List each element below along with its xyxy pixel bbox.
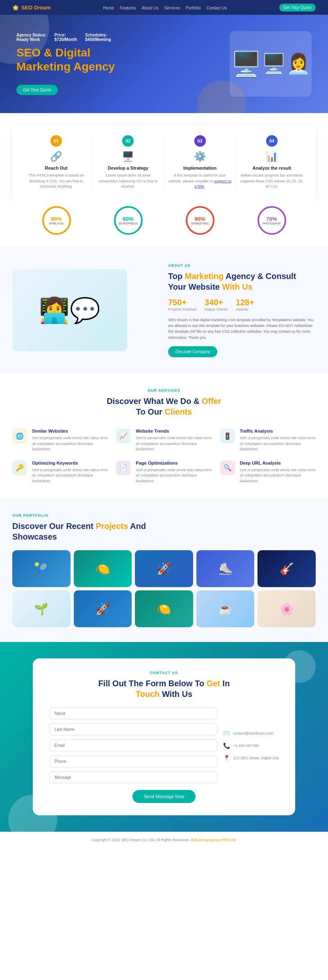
stat-projects-label: Projects Finished: [168, 307, 196, 311]
hero-meta-price: Price: $720/Month: [55, 33, 77, 42]
hero-cta-button[interactable]: Get Your Quote: [16, 85, 58, 95]
nav-item-portfolio[interactable]: Portfolio: [186, 4, 201, 11]
contact-title: Fill Out The Form Below To Get InTouch W…: [49, 678, 279, 699]
nav-item-contact[interactable]: Contact Us: [207, 4, 227, 11]
hero-title-line1: SEO & Digital: [16, 46, 90, 59]
portfolio-item-9[interactable]: ☕: [196, 590, 255, 627]
nav-item-home[interactable]: Home: [103, 4, 114, 11]
portfolio-item-4[interactable]: ⛸️: [196, 550, 255, 587]
location-icon: 📍: [223, 755, 230, 761]
hero-illustration: 🖥️👩‍💼: [230, 31, 312, 97]
about-cta-button[interactable]: Discover Company: [168, 346, 217, 357]
nav-item-about[interactable]: About Us: [142, 4, 159, 11]
hero-meta-price-value: $720/Month: [55, 37, 77, 42]
service-1-title: Similar Websites: [32, 429, 108, 433]
contact-phone-value: +1 234 567 890: [233, 744, 259, 748]
skill-wordpress: 60% WORDPRESS: [114, 206, 143, 235]
portfolio-item-2[interactable]: 🍋: [74, 550, 132, 587]
step-2-number: 02: [122, 135, 134, 147]
nav-item-features[interactable]: Features: [120, 4, 136, 11]
portfolio-item-7[interactable]: 🚀: [74, 590, 132, 627]
service-6-title: Deep URL Analysis: [240, 461, 316, 465]
services-grid: 🌐 Similar Websites Sed ut perspiciatis u…: [12, 429, 316, 484]
service-5-title: Page Optimizations: [136, 461, 212, 465]
step-1-number: 01: [50, 135, 62, 147]
service-1-icon: 🌐: [12, 429, 27, 443]
hero-title: SEO & Digital Marketing Agency: [16, 46, 164, 73]
step-3-title: Implementation: [169, 166, 232, 170]
skill-mkt-pct: 90%: [194, 216, 205, 222]
hero-meta-schedule-label: Schedules:: [85, 33, 111, 37]
step-4: 04 📊 Analyze the result Below circular p…: [236, 135, 308, 190]
service-2-title: Website Trends: [136, 429, 212, 433]
skill-wp-pct: 60%: [123, 216, 133, 222]
step-3: 03 ⚙️ Implementation If this template is…: [164, 135, 236, 190]
hero-content: Agency Status: Ready Work Price: $720/Mo…: [16, 33, 164, 95]
nav-logo: 🌟 SEO Dream: [12, 5, 51, 11]
hero-meta: Agency Status: Ready Work Price: $720/Mo…: [16, 33, 164, 42]
skill-photoshop: 70% PHOTOSHOP: [257, 206, 286, 235]
step-4-desc: Below circular progress bar animation su…: [240, 173, 303, 190]
about-title: Top Marketing Agency & Consult Your Webs…: [168, 271, 316, 292]
about-title-highlight: Marketing: [185, 272, 223, 281]
step-3-number: 03: [194, 135, 206, 147]
contact-info-col: ✉️ contact@seodream.com 📞 +1 234 567 890…: [223, 708, 279, 783]
portfolio-item-1[interactable]: 🎾: [12, 550, 71, 587]
step-3-icon: ⚙️: [169, 151, 232, 162]
skill-ps-label: PHOTOSHOP: [262, 222, 281, 225]
stat-awards-num: 128+: [236, 298, 254, 307]
service-3-icon: 🚦: [220, 429, 235, 443]
contact-email-input[interactable]: [49, 740, 217, 751]
contact-address-info: 📍 123 SEO Street, Digital City: [223, 755, 279, 761]
step-3-link[interactable]: support us a little: [195, 179, 232, 189]
contact-form-fields: [49, 708, 217, 783]
navbar: 🌟 SEO Dream Home Features About Us Servi…: [0, 0, 328, 15]
hero-meta-price-label: Price:: [55, 33, 77, 37]
contact-submit-button[interactable]: Send Message Now: [132, 790, 196, 803]
stat-projects: 750+ Projects Finished: [168, 298, 196, 311]
service-2-icon: 📈: [116, 429, 131, 443]
service-similar-websites: 🌐 Similar Websites Sed ut perspiciatis u…: [12, 429, 108, 452]
about-section: 👩‍💻💬 ABOUT US Top Marketing Agency & Con…: [0, 247, 328, 374]
contact-section: CONTACT US Fill Out The Form Below To Ge…: [0, 642, 328, 832]
service-6-desc: Sed ut perspiciatis unde omnis iste natu…: [240, 467, 316, 484]
step-1: 01 🔗 Reach Out This HTML5 template is ba…: [20, 135, 92, 190]
portfolio-section: OUR PORTFOLIO Discover Our Recent Projec…: [0, 499, 328, 642]
contact-card: CONTACT US Fill Out The Form Below To Ge…: [33, 658, 295, 815]
portfolio-item-5[interactable]: 🎸: [257, 550, 316, 587]
hero-meta-status-label: Agency Status:: [16, 33, 46, 37]
portfolio-item-10[interactable]: 🌸: [257, 590, 316, 627]
portfolio-item-8[interactable]: 🍋: [135, 590, 193, 627]
about-image-col: 👩‍💻💬: [12, 269, 160, 351]
service-3-title: Traffic Analysis: [240, 429, 316, 433]
contact-form-layout: ✉️ contact@seodream.com 📞 +1 234 567 890…: [49, 708, 279, 783]
contact-name-input[interactable]: [49, 708, 217, 719]
services-section: OUR SERVICES Discover What We Do & Offer…: [0, 374, 328, 499]
nav-cta-button[interactable]: Get Your Quote: [279, 4, 316, 11]
step-4-number: 04: [266, 135, 278, 147]
contact-message-input[interactable]: [49, 771, 217, 783]
contact-phone-input[interactable]: [49, 755, 217, 767]
portfolio-row-2: 🌱 🚀 🍋 ☕ 🌸: [12, 590, 316, 627]
portfolio-item-6[interactable]: 🌱: [12, 590, 71, 627]
logo-text: SEO Dream: [21, 5, 51, 11]
footer-credit-link[interactable]: Web Designed by HTMLINK: [190, 838, 237, 842]
step-1-icon: 🔗: [25, 151, 88, 162]
service-6-content: Deep URL Analysis Sed ut perspiciatis un…: [240, 461, 316, 484]
footer-copyright: Copyright © 2021 SEO Dream Co, Ltd. All …: [91, 838, 189, 842]
service-3-content: Traffic Analysis Sed ut perspiciatis und…: [240, 429, 316, 452]
nav-item-services[interactable]: Services: [164, 4, 180, 11]
about-content-col: ABOUT US Top Marketing Agency & Consult …: [168, 263, 316, 358]
phone-icon: 📞: [223, 742, 230, 749]
skill-mkt-label: MARKETING: [191, 222, 208, 225]
service-traffic-analysis: 🚦 Traffic Analysis Sed ut perspiciatis u…: [220, 429, 316, 452]
step-4-title: Analyze the result: [240, 166, 303, 170]
stat-clients-label: Happy Clients: [205, 307, 228, 311]
step-2-desc: Lorem ipsum dolor sit amet consectetur A…: [96, 173, 159, 190]
step-3-desc: If this template is useful for your webs…: [169, 173, 232, 190]
hero-meta-status-value: Ready Work: [16, 37, 46, 42]
hero-section: Agency Status: Ready Work Price: $720/Mo…: [0, 15, 328, 113]
about-illustration: 👩‍💻💬: [12, 269, 127, 351]
contact-lastname-input[interactable]: [49, 724, 217, 735]
portfolio-item-3[interactable]: 🚀: [135, 550, 193, 587]
